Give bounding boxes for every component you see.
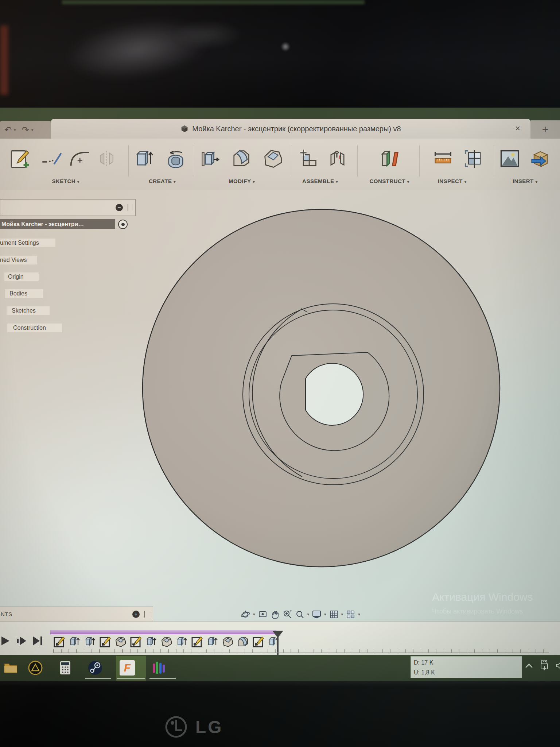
viewports-icon[interactable]	[346, 609, 355, 619]
plus-icon: +	[542, 124, 549, 135]
fit-view-icon[interactable]	[295, 609, 305, 619]
center-hole[interactable]	[306, 363, 363, 425]
taskbar-calculator-icon[interactable]	[58, 660, 73, 676]
redo-dropdown-caret[interactable]: ▾	[31, 128, 34, 132]
section-analysis-icon[interactable]	[462, 147, 484, 170]
close-tab-icon[interactable]: ×	[515, 124, 520, 133]
tab-modify[interactable]: MODIFY▾	[229, 178, 255, 184]
line-tool-icon[interactable]	[41, 147, 63, 170]
browser-item-bodies[interactable]: Bodies	[5, 289, 43, 298]
display-caret[interactable]: ▾	[324, 612, 326, 616]
go-to-end-icon[interactable]	[32, 635, 43, 646]
3d-model-eccentric-disc[interactable]	[0, 190, 560, 621]
taskbar-steam-icon[interactable]	[88, 660, 103, 676]
taskbar-file-explorer-icon[interactable]	[3, 660, 18, 676]
net-upload: U: 1,8 K	[414, 667, 522, 677]
panel-grip-icon[interactable]	[144, 611, 149, 618]
laptop-photo: ↶ ▾ ↷ ▾ Мойка Karcher - эксцентрик (скор…	[0, 0, 560, 747]
tab-construct[interactable]: CONSTRUCT▾	[369, 178, 409, 184]
new-component-icon[interactable]	[297, 147, 319, 170]
taskbar-fusion360-icon[interactable]: F	[120, 660, 135, 676]
timeline-feature-sketch[interactable]	[191, 635, 203, 648]
browser-item-sketches[interactable]: Sketches	[7, 306, 50, 315]
tab-sketch[interactable]: SKETCH▾	[52, 178, 79, 184]
visibility-radio-icon[interactable]	[118, 220, 128, 229]
timeline-feature-fillet[interactable]	[237, 635, 249, 648]
arc-tool-icon[interactable]	[68, 147, 90, 170]
timeline-feature-sketch[interactable]	[53, 635, 65, 648]
timeline-feature-extrude[interactable]	[145, 635, 157, 648]
document-tab[interactable]: Мойка Karcher - эксцентрик (скорректиров…	[51, 119, 530, 139]
tab-create[interactable]: CREATE▾	[149, 178, 176, 184]
revolve-icon[interactable]	[165, 147, 187, 170]
viewport-canvas[interactable]: − Мойка Karcher - эксцентри… ument Setti…	[0, 190, 560, 621]
tray-speaker-icon-partial[interactable]	[556, 661, 560, 670]
tab-assemble[interactable]: ASSEMBLE▾	[302, 178, 338, 184]
step-forward-icon[interactable]	[16, 635, 27, 646]
timeline-feature-chamfer[interactable]	[160, 635, 172, 648]
document-title: Мойка Karcher - эксцентрик (скорректиров…	[192, 125, 401, 133]
system-tray	[525, 659, 560, 672]
timeline-feature-extrude[interactable]	[176, 635, 188, 648]
timeline-feature-sketch[interactable]	[252, 635, 264, 648]
browser-item-named-views[interactable]: ned Views	[0, 256, 37, 264]
toolbar-divider	[194, 145, 194, 177]
viewports-caret[interactable]: ▾	[358, 612, 360, 616]
fillet-icon[interactable]	[230, 147, 252, 170]
timeline-ruler[interactable]	[53, 649, 549, 653]
timeline-feature-extrude[interactable]	[206, 635, 218, 648]
browser-item-origin[interactable]: Origin	[4, 272, 39, 281]
lg-face-icon	[165, 716, 187, 738]
tray-chevron-up-icon[interactable]	[525, 663, 533, 668]
insert-mesh-icon[interactable]	[529, 147, 551, 170]
orbit-caret[interactable]: ▾	[253, 612, 255, 616]
orbit-icon[interactable]	[241, 609, 250, 619]
joint-icon[interactable]	[326, 147, 348, 170]
browser-header: −	[0, 199, 136, 216]
taskbar-music-app-icon[interactable]	[151, 660, 166, 676]
add-comment-icon[interactable]: +	[132, 611, 140, 618]
timeline-feature-extrude[interactable]	[69, 635, 81, 648]
construction-plane-icon[interactable]	[379, 147, 401, 170]
extrude-icon[interactable]	[133, 147, 155, 170]
grid-settings-icon[interactable]	[329, 609, 339, 619]
new-tab-button[interactable]: +	[530, 120, 560, 139]
panel-grip-icon[interactable]	[128, 204, 132, 211]
timeline-feature-sketch[interactable]	[130, 635, 142, 648]
grid-caret[interactable]: ▾	[341, 612, 343, 616]
collapse-icon[interactable]: −	[116, 204, 123, 211]
timeline-feature-chamfer[interactable]	[222, 635, 234, 648]
timeline-feature-sketch[interactable]	[99, 635, 111, 648]
tab-inspect[interactable]: INSPECT▾	[438, 178, 466, 184]
undo-icon[interactable]: ↶	[4, 125, 12, 134]
tray-usb-icon[interactable]	[540, 659, 549, 672]
zoom-icon[interactable]	[283, 609, 292, 619]
lg-brand-text: LG	[195, 717, 223, 737]
timeline-bar	[0, 621, 560, 655]
timeline-selection-bar[interactable]	[50, 630, 276, 634]
measure-icon[interactable]	[432, 147, 454, 170]
browser-item-construction[interactable]: Construction	[7, 324, 62, 332]
pan-hand-icon[interactable]	[270, 609, 280, 619]
running-indicator	[85, 678, 111, 679]
browser-root-node[interactable]: Мойка Karcher - эксцентри…	[0, 219, 115, 229]
insert-canvas-icon[interactable]	[499, 147, 521, 170]
network-speed-widget[interactable]: D: 17 K U: 1,8 K	[411, 656, 522, 678]
background-wall	[62, 0, 365, 4]
play-icon[interactable]	[0, 635, 11, 646]
redo-icon[interactable]: ↷	[22, 125, 29, 134]
taskbar-delta-app-icon[interactable]	[28, 660, 43, 676]
tab-insert[interactable]: INSERT▾	[513, 178, 538, 184]
display-settings-icon[interactable]	[312, 609, 322, 619]
undo-dropdown-caret[interactable]: ▾	[14, 128, 16, 132]
press-pull-icon[interactable]	[200, 147, 222, 170]
create-sketch-icon[interactable]	[9, 147, 31, 170]
look-at-icon[interactable]	[258, 609, 268, 619]
timeline-feature-chamfer[interactable]	[114, 635, 127, 648]
lg-logo: LG	[165, 716, 223, 738]
timeline-feature-extrude[interactable]	[84, 635, 96, 648]
mirror-tool-icon[interactable]	[98, 147, 120, 170]
chamfer-icon[interactable]	[262, 147, 284, 170]
browser-item-document-settings[interactable]: ument Settings	[0, 239, 55, 247]
fit-caret[interactable]: ▾	[307, 612, 310, 616]
